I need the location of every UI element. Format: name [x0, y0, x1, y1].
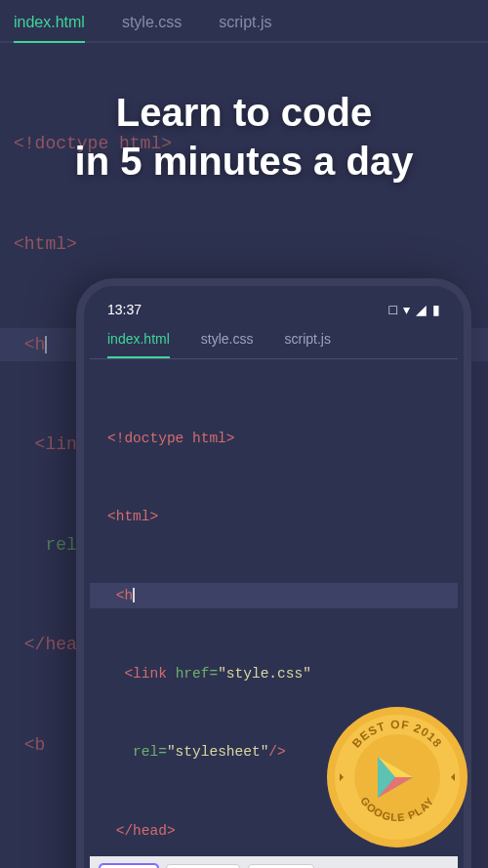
signal-icon: ◢	[416, 302, 427, 317]
code-line: rel=	[107, 744, 167, 760]
tab-index[interactable]: index.html	[107, 331, 170, 358]
suggestion-row: html <html> </htm	[90, 856, 458, 868]
bg-tab-script[interactable]: script.js	[219, 14, 271, 31]
headline-line1: Learn to code	[0, 88, 488, 137]
suggestion-pill[interactable]: html	[100, 864, 158, 868]
bg-tab-index[interactable]: index.html	[14, 14, 85, 43]
code-line: <link	[107, 666, 176, 682]
code-line: </head>	[107, 823, 176, 839]
code-line: <!doctype html>	[107, 431, 235, 446]
tab-script[interactable]: script.js	[285, 331, 331, 358]
code-line: <html>	[107, 509, 158, 524]
suggestion-pill[interactable]: <html>	[166, 864, 240, 868]
status-bar: 13:37 □ ▾ ◢ ▮	[90, 292, 458, 323]
bg-code-line: <h	[14, 335, 45, 354]
wifi-icon: ▾	[403, 302, 410, 317]
vibrate-icon: □	[389, 302, 397, 317]
battery-icon: ▮	[432, 302, 440, 317]
bg-code-line: <b	[14, 735, 45, 755]
suggestion-pill[interactable]: </htm	[248, 864, 314, 868]
code-line-active: <h	[107, 588, 133, 603]
google-play-best-of-badge: BEST OF 2018 GOOGLE PLAY	[324, 704, 470, 850]
headline-line2: in 5 minutes a day	[0, 137, 488, 186]
tab-style[interactable]: style.css	[201, 331, 254, 358]
phone-tabs: index.html style.css script.js	[90, 323, 458, 359]
text-cursor-icon	[133, 588, 135, 602]
status-time: 13:37	[107, 302, 142, 317]
bg-tab-style[interactable]: style.css	[122, 14, 182, 31]
bg-tabs: index.html style.css script.js	[0, 0, 488, 43]
bg-code-line: <html>	[14, 234, 77, 254]
headline: Learn to code in 5 minutes a day	[0, 88, 488, 186]
text-cursor-icon	[45, 336, 47, 353]
